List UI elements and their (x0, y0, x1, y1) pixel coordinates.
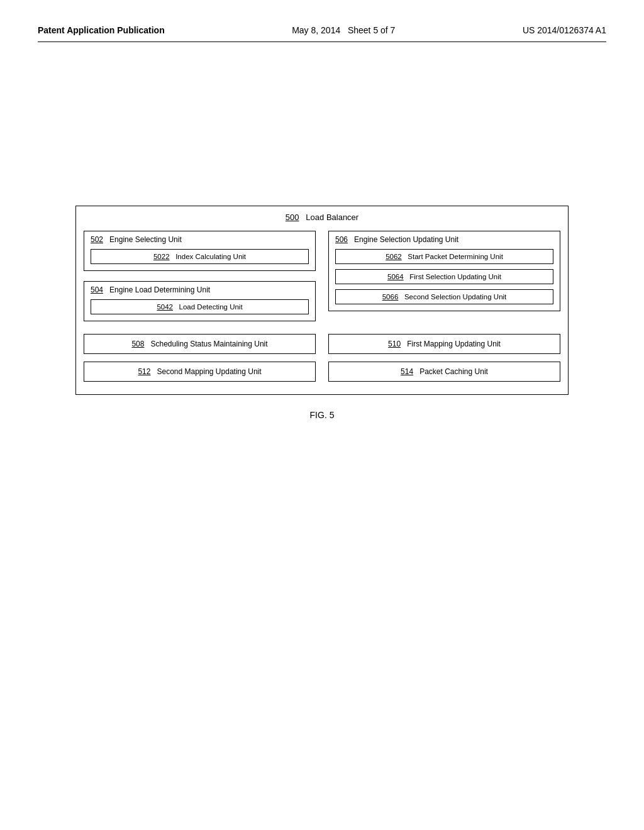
unit-508-num: 508 (131, 340, 144, 348)
bottom-section: 508 Scheduling Status Maintaining Unit 5… (84, 334, 560, 382)
unit-5022-box: 5022 Index Calculating Unit (91, 249, 309, 264)
unit-5064-box: 5064 First Selection Updating Unit (335, 269, 553, 284)
header-publication: Patent Application Publication (38, 25, 165, 35)
unit-504-title: 504 Engine Load Determining Unit (91, 285, 309, 294)
unit-512-label: Second Mapping Updating Unit (157, 367, 261, 376)
unit-502-num: 502 (91, 235, 103, 244)
unit-510-label: First Mapping Updating Unit (407, 340, 501, 348)
unit-506-num: 506 (335, 235, 348, 244)
unit-5066-num: 5066 (382, 293, 399, 301)
page-header: Patent Application Publication May 8, 20… (38, 25, 606, 35)
unit-5042-num: 5042 (157, 303, 173, 311)
bottom-right-col: 510 First Mapping Updating Unit 514 Pack… (328, 334, 560, 382)
unit-510-box: 510 First Mapping Updating Unit (328, 334, 560, 354)
unit-5066-box: 5066 Second Selection Updating Unit (335, 289, 553, 304)
header-date-sheet: May 8, 2014 Sheet 5 of 7 (292, 25, 395, 35)
unit-504-label: Engine Load Determining Unit (109, 285, 210, 294)
unit-5062-num: 5062 (386, 253, 402, 260)
unit-508-label: Scheduling Status Maintaining Unit (150, 340, 267, 348)
unit-502-label: Engine Selecting Unit (109, 235, 182, 244)
unit-502-box: 502 Engine Selecting Unit 5022 Index Cal… (84, 231, 316, 271)
unit-506-title: 506 Engine Selection Updating Unit (335, 235, 553, 244)
unit-5042-label: Load Detecting Unit (179, 303, 243, 311)
unit-504-num: 504 (91, 285, 103, 294)
right-col: 506 Engine Selection Updating Unit 5062 … (328, 231, 560, 321)
unit-5066-label: Second Selection Updating Unit (404, 293, 506, 301)
unit-5062-box: 5062 Start Packet Determining Unit (335, 249, 553, 264)
load-balancer-label: Load Balancer (306, 213, 358, 222)
unit-514-box: 514 Packet Caching Unit (328, 362, 560, 382)
unit-506-inner-boxes: 5062 Start Packet Determining Unit 5064 … (335, 249, 553, 304)
unit-502-title: 502 Engine Selecting Unit (91, 235, 309, 244)
unit-514-label: Packet Caching Unit (419, 367, 488, 376)
unit-5042-box: 5042 Load Detecting Unit (91, 299, 309, 314)
figure-caption: FIG. 5 (75, 410, 569, 420)
unit-512-box: 512 Second Mapping Updating Unit (84, 362, 316, 382)
diagram-area: 500 Load Balancer 502 Engine Selecting U… (75, 206, 569, 420)
page: Patent Application Publication May 8, 20… (0, 0, 644, 830)
header-sheet: Sheet 5 of 7 (348, 25, 396, 35)
load-balancer-title: 500 Load Balancer (84, 213, 560, 222)
unit-514-num: 514 (401, 367, 413, 376)
unit-5064-num: 5064 (387, 273, 404, 280)
unit-506-box: 506 Engine Selection Updating Unit 5062 … (328, 231, 560, 311)
bottom-left-col: 508 Scheduling Status Maintaining Unit 5… (84, 334, 316, 382)
unit-508-box: 508 Scheduling Status Maintaining Unit (84, 334, 316, 354)
unit-5022-label: Index Calculating Unit (175, 253, 246, 260)
unit-5064-label: First Selection Updating Unit (409, 273, 501, 280)
unit-504-box: 504 Engine Load Determining Unit 5042 Lo… (84, 281, 316, 321)
top-section: 502 Engine Selecting Unit 5022 Index Cal… (84, 231, 560, 321)
load-balancer-num: 500 (286, 213, 299, 222)
unit-510-num: 510 (388, 340, 401, 348)
unit-5022-num: 5022 (153, 253, 170, 260)
left-col: 502 Engine Selecting Unit 5022 Index Cal… (84, 231, 316, 321)
unit-506-label: Engine Selection Updating Unit (354, 235, 458, 244)
load-balancer-box: 500 Load Balancer 502 Engine Selecting U… (75, 206, 569, 395)
header-patent-num: US 2014/0126374 A1 (523, 25, 606, 35)
header-date: May 8, 2014 (292, 25, 340, 35)
unit-5062-label: Start Packet Determining Unit (408, 253, 502, 260)
unit-512-num: 512 (138, 367, 150, 376)
